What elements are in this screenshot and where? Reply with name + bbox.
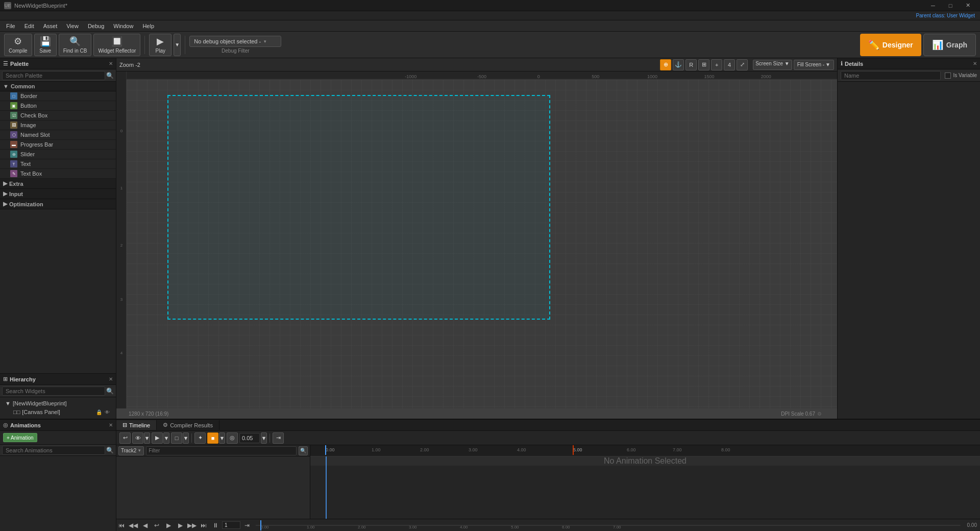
compile-button[interactable]: ⚙ Compile bbox=[4, 34, 32, 56]
palette-item-slider[interactable]: ⊖ Slider bbox=[0, 150, 116, 159]
close-button[interactable]: ✕ bbox=[960, 1, 976, 11]
timeline-keyframe-area[interactable]: 0.00 1.00 2.00 3.00 4.00 5.00 6.00 7.00 … bbox=[310, 445, 980, 519]
hierarchy-search-input[interactable] bbox=[2, 387, 105, 396]
hierarchy-close-button[interactable]: ✕ bbox=[109, 376, 113, 382]
is-variable-label: Is Variable bbox=[953, 73, 977, 78]
tl-sequence-end-button[interactable]: ⇥ bbox=[273, 432, 284, 444]
minimize-button[interactable]: ─ bbox=[925, 1, 941, 11]
optimization-label: Optimization bbox=[9, 201, 43, 207]
expand-tool-button[interactable]: ⤢ bbox=[737, 59, 748, 70]
palette-item-text[interactable]: T Text bbox=[0, 159, 116, 169]
snap-value-button[interactable]: 4 bbox=[724, 59, 735, 70]
tl-time-input[interactable] bbox=[239, 433, 260, 443]
tl-marker-button[interactable]: ■ bbox=[207, 432, 218, 444]
add-animation-button[interactable]: + Animation bbox=[3, 433, 37, 442]
graph-tab[interactable]: 📊 Graph bbox=[923, 34, 976, 56]
pb-loop-button[interactable]: ↩ bbox=[152, 520, 162, 530]
screen-size-dropdown[interactable]: Screen Size ▼ bbox=[753, 60, 792, 70]
tl-record-button[interactable]: □ bbox=[171, 432, 182, 444]
palette-item-border[interactable]: □ Border bbox=[0, 91, 116, 101]
tl-eye-button[interactable]: 👁 bbox=[132, 432, 143, 444]
palette-search-input[interactable] bbox=[2, 71, 105, 80]
pb-play-button[interactable]: ▶ bbox=[163, 520, 174, 530]
menu-help[interactable]: Help bbox=[138, 22, 158, 30]
canvas-tools: ⊕ ⚓ R ⊞ + 4 ⤢ Screen Size ▼ Fill Screen … bbox=[660, 59, 834, 70]
tl-play-dropdown-button[interactable]: ▼ bbox=[163, 432, 169, 444]
tl-record-dropdown-button[interactable]: ▼ bbox=[183, 432, 189, 444]
menu-debug[interactable]: Debug bbox=[84, 22, 108, 30]
svg-text:1: 1 bbox=[120, 186, 122, 190]
menu-edit[interactable]: Edit bbox=[20, 22, 38, 30]
palette-item-named-slot[interactable]: ⬡ Named Slot bbox=[0, 130, 116, 140]
grid-tool-button[interactable]: ⊞ bbox=[698, 59, 709, 70]
move-tool-button[interactable]: ⊕ bbox=[660, 59, 671, 70]
hierarchy-root-item[interactable]: ▼ [NewWidgetBlueprint] bbox=[3, 399, 113, 407]
tl-eye-dropdown-button[interactable]: ▼ bbox=[144, 432, 150, 444]
playback-scrubber[interactable]: 0.00 1.00 2.00 3.00 4.00 5.00 6.00 7.00 bbox=[256, 520, 961, 530]
palette-category-extra[interactable]: ▶ Extra bbox=[0, 179, 116, 189]
track-filter-input[interactable] bbox=[146, 446, 297, 455]
pb-step-back-button[interactable]: ◀◀ bbox=[128, 520, 138, 530]
details-close-button[interactable]: ✕ bbox=[973, 61, 977, 66]
canvas-viewport[interactable] bbox=[127, 80, 837, 408]
tl-add-key-button[interactable]: ✦ bbox=[194, 432, 206, 444]
palette-category-common[interactable]: ▼ Common bbox=[0, 82, 116, 91]
pb-go-to-start-button[interactable]: ⏮ bbox=[116, 520, 127, 530]
tl-play-button[interactable]: ▶ bbox=[152, 432, 163, 444]
dpi-settings-icon[interactable]: ⚙ bbox=[817, 411, 822, 417]
save-icon: 💾 bbox=[40, 36, 51, 47]
menu-view[interactable]: View bbox=[62, 22, 83, 30]
palette-item-progress-bar[interactable]: ▬ Progress Bar bbox=[0, 140, 116, 150]
track-name-dropdown[interactable]: Track2 ▼ bbox=[118, 446, 144, 455]
is-variable-checkbox[interactable] bbox=[945, 73, 951, 79]
anchor-tool-button[interactable]: ⚓ bbox=[673, 59, 684, 70]
hierarchy-child-item[interactable]: □□ [Canvas Panel] 🔒 👁 bbox=[3, 407, 113, 417]
pb-end-time-input[interactable] bbox=[222, 521, 240, 529]
debug-filter-dropdown[interactable]: No debug object selected - ▼ bbox=[189, 36, 281, 47]
tl-time-dropdown-button[interactable]: ▼ bbox=[261, 432, 267, 444]
tl-snap-button[interactable]: ◎ bbox=[227, 432, 238, 444]
palette-close-button[interactable]: ✕ bbox=[109, 61, 113, 66]
left-panel: ☰ Palette ✕ 🔍 ▼ Common □ Border ▣ Button bbox=[0, 58, 116, 419]
widget-reflector-button[interactable]: 🔲 Widget Reflector bbox=[93, 34, 140, 56]
palette-item-button[interactable]: ▣ Button bbox=[0, 101, 116, 111]
menu-asset[interactable]: Asset bbox=[39, 22, 62, 30]
animations-search-input[interactable] bbox=[2, 446, 105, 455]
fill-screen-button[interactable]: Fill Screen - ▼ bbox=[794, 60, 834, 70]
timeline-tab[interactable]: ⊟ Timeline bbox=[116, 420, 157, 430]
menu-file[interactable]: File bbox=[2, 22, 19, 30]
text-label: Text bbox=[20, 161, 31, 167]
title-bar-controls[interactable]: ─ □ ✕ bbox=[925, 1, 976, 11]
pb-next-frame-button[interactable]: ▶ bbox=[175, 520, 185, 530]
menu-window[interactable]: Window bbox=[109, 22, 137, 30]
palette-item-image[interactable]: 🖼 Image bbox=[0, 120, 116, 130]
tl-undo-button[interactable]: ↩ bbox=[119, 432, 131, 444]
r-button[interactable]: R bbox=[685, 59, 697, 70]
palette-category-input[interactable]: ▶ Input bbox=[0, 189, 116, 199]
play-button[interactable]: ▶ Play bbox=[149, 34, 172, 56]
maximize-button[interactable]: □ bbox=[942, 1, 959, 11]
find-in-cb-button[interactable]: 🔍 Find in CB bbox=[59, 34, 92, 56]
designer-tab[interactable]: ✏️ Designer bbox=[860, 34, 921, 56]
track-filter-search-button[interactable]: 🔍 bbox=[299, 446, 308, 455]
palette-item-checkbox[interactable]: ☑ Check Box bbox=[0, 111, 116, 120]
pb-go-to-end-button[interactable]: ⏭ bbox=[199, 520, 209, 530]
pb-pause-button[interactable]: ⏸ bbox=[210, 520, 220, 530]
pb-sequence-end-button[interactable]: ⇥ bbox=[242, 520, 252, 530]
palette-category-optimization[interactable]: ▶ Optimization bbox=[0, 199, 116, 209]
pb-step-forward-button[interactable]: ▶▶ bbox=[187, 520, 197, 530]
timeline-tracks: Track2 ▼ 🔍 bbox=[116, 445, 310, 519]
canvas-selection-rect[interactable] bbox=[167, 95, 550, 320]
lock-icon[interactable]: 🔒 bbox=[95, 408, 103, 416]
tl-marker-dropdown-button[interactable]: ▼ bbox=[219, 432, 225, 444]
save-button[interactable]: 💾 Save bbox=[34, 34, 57, 56]
snap-tool-button[interactable]: + bbox=[711, 59, 722, 70]
play-dropdown-button[interactable]: ▼ bbox=[174, 34, 181, 56]
animations-close-button[interactable]: ✕ bbox=[109, 422, 113, 428]
palette-item-textbox[interactable]: ✎ Text Box bbox=[0, 169, 116, 179]
compiler-results-tab[interactable]: ⚙ Compiler Results bbox=[157, 420, 219, 430]
canvas-grid[interactable]: -1000 -500 0 500 1000 1500 2000 0 1 2 3 … bbox=[116, 71, 837, 419]
eye-icon[interactable]: 👁 bbox=[104, 408, 111, 416]
details-name-input[interactable] bbox=[841, 71, 941, 80]
pb-prev-frame-button[interactable]: ◀ bbox=[140, 520, 150, 530]
